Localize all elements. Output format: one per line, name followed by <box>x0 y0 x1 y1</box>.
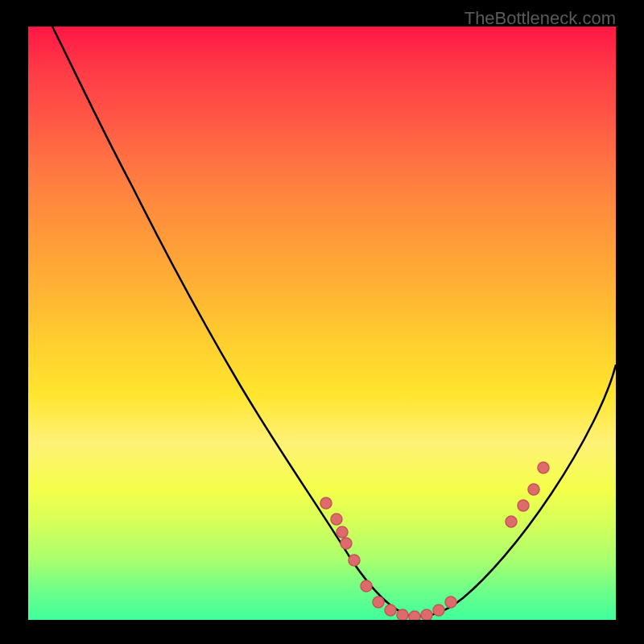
watermark-text: TheBottleneck.com <box>464 8 616 29</box>
chart-container: TheBottleneck.com <box>0 0 644 644</box>
plot-gradient-background <box>28 27 616 620</box>
